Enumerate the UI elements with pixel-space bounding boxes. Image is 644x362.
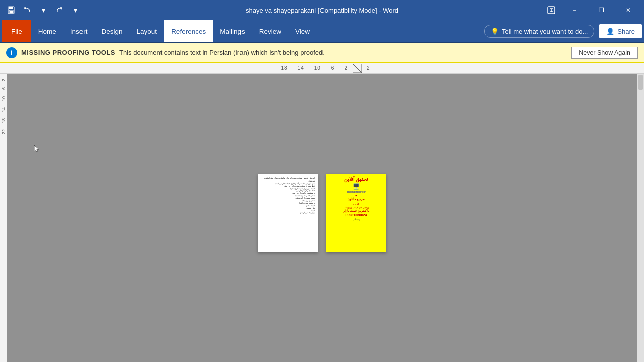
tab-insert[interactable]: Insert <box>63 20 95 42</box>
ruler-x-marker <box>353 64 362 73</box>
v-mark-22: 22 <box>1 126 6 137</box>
ruler-mark-2: 2 <box>339 65 353 71</box>
notification-title: MISSING PROOFING TOOLS <box>21 49 115 56</box>
page-1-content: این متن فارسی نمونه‌ای است که برای نمایش… <box>258 174 318 217</box>
customize-button[interactable]: ▾ <box>68 3 83 17</box>
tab-view[interactable]: View <box>288 20 317 42</box>
notification-bar: i MISSING PROOFING TOOLS This document c… <box>0 43 644 63</box>
redo-button[interactable] <box>52 3 66 17</box>
undo-button[interactable] <box>20 3 34 17</box>
pages-container: این متن فارسی نمونه‌ای است که برای نمایش… <box>258 174 386 252</box>
ad-suffix: واتساپ <box>329 218 384 221</box>
lightbulb-icon: 💡 <box>491 28 499 35</box>
tell-me-field[interactable]: 💡 Tell me what you want to do... <box>484 25 594 38</box>
ruler-mark-10: 10 <box>309 65 326 71</box>
notification-message: This document contains text in Persian (… <box>119 49 325 56</box>
tab-mailings[interactable]: Mailings <box>213 20 252 42</box>
quick-access-toolbar: ▾ ▾ <box>4 3 83 17</box>
v-mark-18: 18 <box>1 115 6 126</box>
tab-references[interactable]: References <box>164 20 213 42</box>
close-button[interactable]: ✕ <box>617 2 640 18</box>
v-mark-10: 10 <box>1 93 6 104</box>
minimize-button[interactable]: − <box>562 2 586 18</box>
restore-button[interactable]: ❐ <box>590 2 613 18</box>
v-mark-14: 14 <box>1 104 6 115</box>
document-title: shaye va shayeparakani [Compatibility Mo… <box>246 7 398 14</box>
document-canvas[interactable]: این متن فارسی نمونه‌ای است که برای نمایش… <box>7 74 637 362</box>
ruler-numbers: 18 14 10 6 2 2 <box>7 63 644 73</box>
ad-line4: با کمترین قیمت بازار <box>329 209 384 212</box>
tell-me-text: Tell me what you want to do... <box>502 28 588 35</box>
vertical-ruler: 2 6 10 14 18 22 <box>0 74 7 362</box>
ruler-mark-14: 14 <box>293 65 309 71</box>
ribbon-tabs: File Home Insert Design Layout Reference… <box>0 20 644 42</box>
page-1: این متن فارسی نمونه‌ای است که برای نمایش… <box>258 174 318 252</box>
never-show-again-button[interactable]: Never Show Again <box>571 47 638 59</box>
ad-line1: مرجع دانلود <box>329 197 384 201</box>
document-area: 2 6 10 14 18 22 این متن فارسی نمونه‌ای ا… <box>0 74 644 362</box>
title-bar: ▾ ▾ shaye va shayeparakani [Compatibilit… <box>0 0 644 20</box>
undo-dropdown[interactable]: ▾ <box>36 3 50 17</box>
cursor <box>33 144 34 152</box>
page-2: تحقیق آنلاین 🖥️ Tahghighonline.ir ◀ مرجع… <box>326 174 386 252</box>
ad-line3: ورد-پی دی اف - پاورپوینت <box>329 206 384 209</box>
horizontal-ruler: 18 14 10 6 2 2 <box>0 63 644 74</box>
ad-title: تحقیق آنلاین <box>329 177 384 182</box>
svg-rect-3 <box>10 11 13 13</box>
svg-rect-1 <box>9 7 13 9</box>
help-button[interactable] <box>544 3 558 17</box>
ad-line2: فایل <box>329 202 384 205</box>
save-button[interactable] <box>4 3 18 17</box>
v-mark-2: 2 <box>1 76 6 84</box>
share-label: Share <box>617 28 635 35</box>
ruler-mark-18: 18 <box>276 65 292 71</box>
window-controls: − ❐ ✕ <box>544 2 640 18</box>
v-mark-6: 6 <box>1 84 6 93</box>
ruler-mark-2r: 2 <box>362 65 375 71</box>
ribbon: File Home Insert Design Layout Reference… <box>0 20 644 43</box>
person-icon: 👤 <box>606 28 614 35</box>
tab-review[interactable]: Review <box>252 20 288 42</box>
share-button[interactable]: 👤 Share <box>599 24 642 38</box>
ad-phone: 09981366624 <box>329 213 384 217</box>
ad-site: Tahghighonline.ir <box>329 190 384 193</box>
tab-home[interactable]: Home <box>31 20 63 42</box>
tab-file[interactable]: File <box>2 20 31 42</box>
ruler-mark-6: 6 <box>326 65 340 71</box>
tab-design[interactable]: Design <box>95 20 130 42</box>
ruler-corner <box>0 63 7 73</box>
ad-icon: 🖥️ <box>329 183 384 190</box>
tab-layout[interactable]: Layout <box>130 20 165 42</box>
info-icon: i <box>6 47 17 58</box>
vertical-scrollbar[interactable] <box>637 74 644 362</box>
